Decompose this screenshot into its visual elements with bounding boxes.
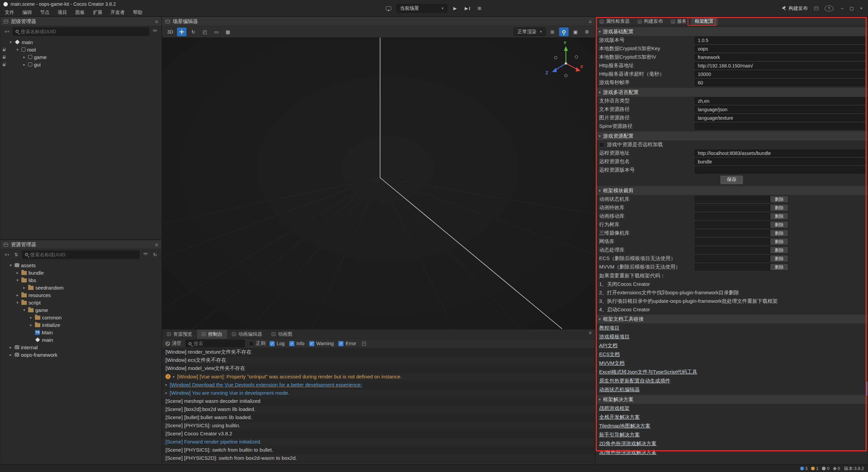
log-row[interactable]: [Scene] [box2d]:box2d wasm lib loaded. bbox=[162, 405, 595, 413]
expand-arrow-icon[interactable] bbox=[22, 55, 26, 59]
expand-arrow-icon[interactable] bbox=[15, 278, 20, 282]
expand-arrow-icon[interactable] bbox=[29, 315, 33, 320]
task-count-badge[interactable]: 0 bbox=[833, 466, 840, 471]
log-row[interactable]: [Window] model_view文件夹不存在 bbox=[162, 365, 595, 373]
asset-row[interactable]: internal bbox=[0, 343, 161, 351]
light-toggle-button[interactable] bbox=[559, 27, 569, 36]
panel-menu-icon[interactable]: ≡ bbox=[589, 19, 592, 24]
section-header[interactable]: ▾ 游戏基础配置 bbox=[596, 27, 868, 36]
log-row[interactable]: ▸ [Window] Download the Vue Devtools ext… bbox=[162, 381, 595, 389]
log-row[interactable]: [Scene] [PHYSICS2D]: switch from box2d-w… bbox=[162, 454, 595, 462]
assets-search-input[interactable] bbox=[30, 252, 137, 257]
asset-row[interactable]: game bbox=[0, 306, 161, 314]
log-filter-toggle[interactable]: Error bbox=[338, 341, 356, 346]
section-header[interactable]: ▾ 框架解决方案 bbox=[596, 395, 868, 404]
menu-item[interactable]: 项目 bbox=[54, 8, 71, 17]
delete-module-button[interactable]: 删除 bbox=[770, 213, 788, 219]
console-tab[interactable]: 控制台 bbox=[197, 330, 227, 339]
step-button[interactable]: ▶ bbox=[463, 4, 472, 13]
menu-item[interactable]: 帮助 bbox=[129, 8, 146, 17]
camera-settings-button[interactable]: ▣ bbox=[571, 27, 580, 36]
message-count-badge[interactable]: 0 bbox=[822, 466, 829, 471]
move-tool-button[interactable] bbox=[177, 27, 186, 36]
solution-link[interactable]: 2D角色扮演游戏解决方案 bbox=[599, 440, 656, 447]
console-tab[interactable]: 动画编辑器 bbox=[227, 330, 267, 339]
config-input[interactable] bbox=[695, 62, 865, 69]
inspector-tab[interactable]: 属性检查器 bbox=[596, 17, 634, 26]
asset-row[interactable]: script bbox=[0, 299, 161, 306]
config-input[interactable] bbox=[695, 114, 865, 121]
clear-console-button[interactable]: 清空 bbox=[165, 340, 181, 347]
gizmo-space-button[interactable]: ▦ bbox=[223, 27, 233, 36]
axis-gizmo[interactable]: Y X Z bbox=[546, 42, 586, 82]
asset-row[interactable]: seedrandom bbox=[0, 284, 161, 291]
layout-grid-button[interactable]: ⊞ bbox=[475, 4, 484, 13]
config-input[interactable] bbox=[695, 106, 865, 113]
log-row[interactable]: [Scene] meshopt wasm decoder initialized bbox=[162, 397, 595, 405]
solution-link[interactable]: Tiledmap地图解决方案 bbox=[599, 423, 650, 429]
console-tab[interactable]: 资源预览 bbox=[162, 330, 197, 339]
open-log-file-button[interactable] bbox=[360, 340, 368, 347]
gear-icon[interactable]: ⚙ bbox=[582, 27, 592, 36]
solution-link[interactable]: 新手引导解决方案 bbox=[599, 432, 640, 438]
hierarchy-node-row[interactable]: main bbox=[0, 38, 161, 46]
asset-row[interactable]: oops-framework bbox=[0, 351, 161, 358]
doc-link[interactable]: 游戏模板项目 bbox=[599, 334, 630, 340]
expand-arrow-icon[interactable] bbox=[8, 263, 13, 268]
log-filter-toggle[interactable]: Info bbox=[289, 341, 304, 346]
log-expand-arrow[interactable]: ▸ bbox=[173, 374, 175, 379]
minimize-button[interactable]: – bbox=[837, 4, 847, 13]
panel-menu-icon[interactable]: ≡ bbox=[155, 19, 158, 24]
render-mode-dropdown[interactable]: 正常渲染 ▾ bbox=[514, 27, 546, 36]
log-row[interactable]: [Scene] Cocos Creator v3.8.2 bbox=[162, 430, 595, 438]
log-filter-toggle[interactable]: Log bbox=[270, 341, 284, 346]
log-row[interactable]: [Window] render_texture文件夹不存在 bbox=[162, 348, 595, 356]
config-input[interactable] bbox=[695, 123, 865, 130]
doc-link[interactable]: ECS文档 bbox=[599, 351, 620, 358]
delete-module-button[interactable]: 删除 bbox=[770, 196, 788, 202]
log-row[interactable]: [Scene] Forward render pipeline initiali… bbox=[162, 438, 595, 446]
save-button[interactable]: 保存 bbox=[721, 176, 743, 184]
menu-item[interactable]: 扩展 bbox=[89, 8, 106, 17]
solution-link[interactable]: 全栈开发解决方案 bbox=[599, 414, 640, 420]
remote-load-checkbox[interactable] bbox=[599, 142, 604, 147]
expand-arrow-icon[interactable] bbox=[29, 323, 33, 327]
expand-arrow-icon[interactable] bbox=[15, 271, 20, 275]
delete-module-button[interactable]: 删除 bbox=[770, 247, 788, 253]
config-input[interactable] bbox=[695, 166, 865, 174]
doc-link[interactable]: 动画状态机编辑器 bbox=[599, 387, 640, 393]
log-filter-toggle[interactable]: Warning bbox=[309, 341, 334, 346]
lock-icon[interactable] bbox=[3, 57, 5, 59]
inspector-tab[interactable]: 构建发布 bbox=[634, 17, 667, 26]
menu-item[interactable]: 文件 bbox=[1, 8, 18, 17]
log-expand-arrow[interactable]: ▸ bbox=[165, 382, 167, 387]
doc-link[interactable]: API文档 bbox=[599, 342, 617, 349]
panels-layout-button[interactable] bbox=[812, 4, 821, 13]
create-asset-button[interactable]: +▾ bbox=[3, 251, 11, 258]
menu-item[interactable]: 面板 bbox=[71, 8, 89, 17]
scene-select-dropdown[interactable]: 当前场景 ▾ bbox=[396, 4, 447, 13]
doc-link[interactable]: Excel格式转Json文件与TypeScript代码工具 bbox=[599, 369, 697, 375]
asset-row[interactable]: Main bbox=[0, 329, 161, 336]
preview-target-button[interactable] bbox=[384, 4, 393, 13]
hierarchy-search-input[interactable] bbox=[21, 29, 146, 34]
menu-item[interactable]: 开发者 bbox=[106, 8, 129, 17]
doc-link[interactable]: MVVM文档 bbox=[599, 360, 625, 367]
asset-row[interactable]: assets bbox=[0, 261, 161, 269]
console-tab[interactable]: 动画图 bbox=[267, 330, 297, 339]
expand-arrow-icon[interactable] bbox=[15, 300, 20, 305]
expand-arrow-icon[interactable] bbox=[8, 353, 13, 357]
config-input[interactable] bbox=[695, 71, 865, 78]
play-button[interactable]: ▶ bbox=[451, 4, 459, 13]
config-input[interactable] bbox=[695, 97, 865, 104]
config-input[interactable] bbox=[695, 79, 865, 86]
hierarchy-node-row[interactable]: gui bbox=[0, 61, 161, 68]
section-header[interactable]: ▾ 框架模块裁剪 bbox=[596, 186, 868, 195]
menu-item[interactable]: 编辑 bbox=[18, 8, 36, 17]
delete-module-button[interactable]: 删除 bbox=[770, 230, 788, 236]
asset-row[interactable]: common bbox=[0, 314, 161, 321]
scene-viewport[interactable]: Y X Z bbox=[162, 38, 595, 329]
filter-button[interactable] bbox=[142, 251, 149, 258]
rotate-tool-button[interactable]: ↻ bbox=[189, 27, 198, 36]
hierarchy-node-row[interactable]: game bbox=[0, 53, 161, 61]
